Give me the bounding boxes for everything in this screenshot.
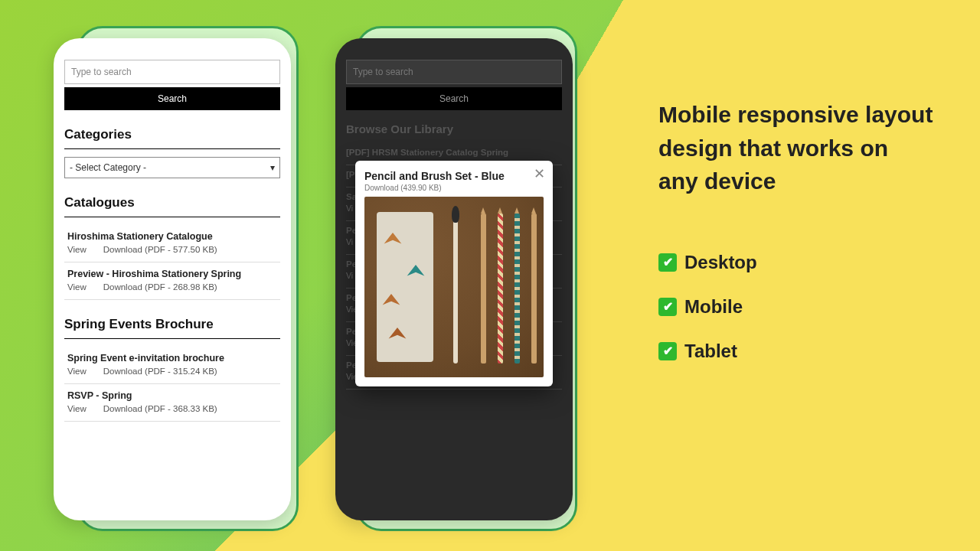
list-item: Hiroshima Stationery Catalogue View Down… bbox=[64, 225, 280, 262]
category-select[interactable]: - Select Category - ▾ bbox=[64, 157, 280, 178]
list-item: Preview - Hiroshima Stationery Spring Vi… bbox=[64, 262, 280, 300]
headline: Mobile responsive layout design that wor… bbox=[658, 98, 934, 198]
search-input[interactable]: Type to search bbox=[64, 60, 280, 84]
search-button[interactable]: Search bbox=[64, 87, 280, 110]
view-link[interactable]: View bbox=[67, 404, 87, 413]
item-title: Preview - Hiroshima Stationery Spring bbox=[67, 269, 277, 279]
divider bbox=[64, 148, 280, 149]
divider bbox=[64, 217, 280, 217]
check-icon: ✔ bbox=[658, 342, 677, 360]
divider bbox=[64, 338, 280, 339]
download-link[interactable]: Download (PDF - 577.50 KB) bbox=[103, 245, 217, 254]
phone-mockup-left: Type to search Search Categories - Selec… bbox=[54, 38, 291, 520]
library-heading: Browse Our Library bbox=[346, 122, 562, 135]
view-link[interactable]: View bbox=[67, 245, 87, 254]
svg-marker-3 bbox=[389, 328, 407, 339]
brush-graphic bbox=[453, 214, 458, 364]
svg-marker-2 bbox=[383, 294, 400, 305]
search-button[interactable]: Search bbox=[346, 87, 562, 110]
item-title: RSVP - Spring bbox=[67, 390, 277, 401]
item-title: Spring Event e-invitation brochure bbox=[67, 353, 277, 364]
list-item: Spring Event e-invitation brochure View … bbox=[64, 347, 280, 384]
check-icon: ✔ bbox=[658, 253, 677, 272]
svg-marker-1 bbox=[407, 265, 425, 276]
feature-label: Mobile bbox=[684, 296, 743, 318]
view-link[interactable]: Vi bbox=[346, 237, 353, 246]
pencil-graphic bbox=[531, 214, 537, 364]
pencil-graphic bbox=[514, 214, 520, 364]
modal-title: Pencil and Brush Set - Blue bbox=[364, 170, 544, 182]
item-title: Hiroshima Stationery Catalogue bbox=[67, 231, 277, 242]
preview-modal: ✕ Pencil and Brush Set - Blue Download (… bbox=[355, 161, 553, 386]
section-heading: Spring Events Brochure bbox=[64, 317, 280, 332]
modal-download-link[interactable]: Download (439.90 KB) bbox=[364, 184, 544, 192]
download-link[interactable]: Download (PDF - 368.33 KB) bbox=[103, 404, 217, 413]
marketing-copy: Mobile responsive layout design that wor… bbox=[658, 98, 934, 385]
check-icon: ✔ bbox=[658, 298, 677, 316]
search-input[interactable]: Type to search bbox=[346, 60, 562, 84]
view-link[interactable]: View bbox=[67, 282, 87, 292]
chevron-down-icon: ▾ bbox=[270, 162, 275, 173]
categories-heading: Categories bbox=[64, 127, 280, 142]
view-link[interactable]: Vi bbox=[346, 204, 353, 213]
feature-item: ✔ Mobile bbox=[658, 296, 934, 318]
close-icon[interactable]: ✕ bbox=[534, 167, 545, 181]
product-image bbox=[364, 197, 544, 377]
feature-item: ✔ Desktop bbox=[658, 252, 934, 273]
svg-marker-0 bbox=[384, 233, 402, 244]
view-link[interactable]: Vi bbox=[346, 271, 353, 280]
feature-item: ✔ Tablet bbox=[658, 341, 934, 362]
pencil-graphic bbox=[481, 214, 486, 364]
item-title: [PDF] HRSM Stationery Catalog Spring bbox=[346, 148, 562, 157]
feature-label: Tablet bbox=[684, 341, 737, 362]
feature-label: Desktop bbox=[684, 252, 757, 273]
list-item: RSVP - Spring View Download (PDF - 368.3… bbox=[64, 384, 280, 422]
download-link[interactable]: Download (PDF - 268.98 KB) bbox=[103, 282, 217, 292]
phone-mockup-right: Type to search Search Browse Our Library… bbox=[335, 38, 573, 520]
view-link[interactable]: View bbox=[67, 367, 87, 376]
pencil-graphic bbox=[498, 214, 503, 364]
download-link[interactable]: Download (PDF - 315.24 KB) bbox=[103, 367, 217, 376]
section-heading: Catalogues bbox=[64, 195, 280, 210]
category-select-placeholder: - Select Category - bbox=[70, 162, 146, 173]
